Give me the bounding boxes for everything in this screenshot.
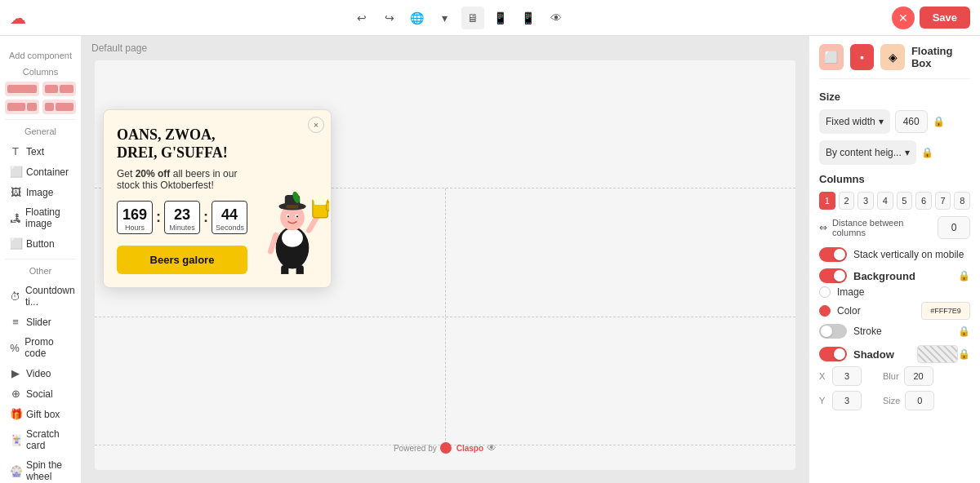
popup-image-side (256, 126, 329, 274)
save-button[interactable]: Save (920, 7, 970, 29)
sidebar-item-scratch-label: Scratch card (26, 428, 71, 451)
sidebar-item-button-label: Button (26, 238, 55, 250)
sidebar-item-button[interactable]: ⬜ Button (5, 233, 76, 254)
col-num-7[interactable]: 7 (935, 192, 951, 210)
shadow-pattern-preview[interactable] (917, 345, 958, 363)
redo-button[interactable]: ↪ (378, 7, 401, 29)
canvas-cell-3a (95, 317, 446, 445)
sidebar-item-image[interactable]: 🖼 Image (5, 182, 76, 202)
stroke-lock-icon[interactable]: 🔒 (958, 326, 970, 337)
sidebar-title: Add component (5, 51, 76, 60)
shadow-x-value[interactable]: 3 (832, 366, 862, 386)
preview-button[interactable]: 👁 (545, 7, 568, 29)
globe-button[interactable]: 🌐 (406, 7, 429, 29)
stack-mobile-row: Stack vertically on mobile (819, 247, 970, 262)
image-radio[interactable] (819, 286, 831, 298)
width-lock-icon[interactable]: 🔒 (933, 116, 945, 127)
promo-code-icon: % (10, 342, 20, 354)
sidebar-item-video-label: Video (26, 368, 51, 379)
col-num-6[interactable]: 6 (915, 192, 932, 210)
stack-mobile-toggle[interactable] (819, 247, 847, 262)
svg-point-18 (313, 195, 327, 202)
mobile-device-button[interactable]: 📱 (517, 7, 540, 29)
color-chip[interactable]: #FFF7E9 (921, 302, 970, 320)
background-lock-icon[interactable]: 🔒 (958, 270, 970, 281)
svg-line-19 (270, 235, 275, 251)
col-1-btn[interactable] (5, 82, 39, 96)
col-num-8[interactable]: 8 (954, 192, 970, 210)
col-num-3[interactable]: 3 (858, 192, 874, 210)
popup-content: OANS, ZWOA, DREI, G'SUFFA! Get 20% off a… (117, 126, 318, 274)
stroke-toggle[interactable] (819, 324, 847, 339)
shadow-section-title: Shadow (853, 348, 917, 361)
shadow-size-value[interactable]: 0 (905, 391, 934, 410)
separator-1: : (156, 209, 161, 226)
component-type-row: ⬜ ▪ ◈ Floating Box (819, 44, 970, 79)
height-select[interactable]: By content heig... ▾ (819, 140, 916, 165)
col-3-btn[interactable] (5, 100, 39, 114)
sidebar-item-countdown[interactable]: ⏱ Countdown ti... (5, 281, 76, 312)
popup-close-button[interactable]: × (308, 117, 324, 133)
sidebar-item-spin-label: Spin the wheel (26, 459, 71, 482)
sidebar-divider-1 (5, 119, 76, 120)
sidebar-item-gift-label: Gift box (26, 409, 60, 420)
col-num-1[interactable]: 1 (819, 192, 835, 210)
sidebar-item-social[interactable]: ⊕ Social (5, 383, 76, 404)
countdown-icon: ⏱ (10, 290, 20, 303)
image-option-row: Image (819, 286, 970, 298)
height-label: By content heig... (826, 147, 902, 158)
height-lock-icon[interactable]: 🔒 (921, 147, 933, 158)
shadow-y-value[interactable]: 3 (832, 391, 862, 410)
distance-icon: ⇔ (819, 222, 827, 233)
color-radio[interactable] (819, 305, 831, 317)
sidebar-item-promo-code[interactable]: % Promo code (5, 332, 76, 363)
columns-grid (5, 82, 76, 114)
eye-icon[interactable]: 👁 (487, 442, 497, 454)
hours-box: 169 Hours (117, 201, 153, 234)
shadow-lock-icon[interactable]: 🔒 (958, 348, 970, 360)
close-button[interactable]: ✕ (892, 7, 915, 29)
shadow-y-axis-label: Y (819, 396, 827, 405)
background-toggle[interactable] (819, 268, 847, 283)
sidebar-item-spin[interactable]: 🎡 Spin the wheel (5, 455, 76, 483)
sidebar-item-image-label: Image (26, 187, 53, 198)
right-panel: ⬜ ▪ ◈ Floating Box Size Fixed width ▾ 46… (808, 36, 980, 483)
col-num-2[interactable]: 2 (839, 192, 855, 210)
col-2-btn[interactable] (42, 82, 77, 96)
sidebar-item-text-label: Text (26, 146, 44, 157)
tablet-device-button[interactable]: 📱 (489, 7, 512, 29)
floating-box-type-3[interactable]: ◈ (880, 44, 905, 70)
col-4-btn[interactable] (42, 100, 77, 114)
desktop-device-button[interactable]: 🖥 (461, 7, 484, 29)
floating-box-type-2[interactable]: ▪ (850, 44, 875, 70)
sidebar-item-slider[interactable]: ≡ Slider (5, 312, 76, 332)
color-label: Color (837, 305, 915, 317)
shadow-blur-value[interactable]: 20 (904, 366, 933, 386)
col-num-5[interactable]: 5 (897, 192, 913, 210)
columns-section-label: Columns (5, 67, 76, 77)
color-hex-value: #FFF7E9 (930, 307, 961, 315)
width-value[interactable]: 460 (895, 110, 928, 133)
slider-icon: ≡ (10, 316, 21, 328)
svg-point-23 (294, 273, 306, 274)
popup-cta-button[interactable]: Beers galore (117, 246, 247, 274)
gift-icon: 🎁 (10, 408, 21, 420)
globe-dropdown-button[interactable]: ▾ (434, 7, 457, 29)
toggle-thumb (834, 249, 845, 260)
floating-box-type-1[interactable]: ⬜ (819, 44, 844, 70)
width-select[interactable]: Fixed width ▾ (819, 109, 890, 134)
sidebar-item-scratch[interactable]: 🃏 Scratch card (5, 424, 76, 455)
shadow-toggle[interactable] (819, 347, 847, 361)
col-num-4[interactable]: 4 (877, 192, 893, 210)
distance-value[interactable]: 0 (938, 216, 970, 239)
sidebar-item-floating-image[interactable]: 🏞 Floating image (5, 202, 76, 233)
sidebar-item-video[interactable]: ▶ Video (5, 363, 76, 383)
sidebar-item-container[interactable]: ⬜ Container (5, 162, 76, 182)
canvas-content[interactable]: × OANS, ZWOA, DREI, G'SUFFA! Get 20% off… (95, 60, 795, 470)
popup-illustration (256, 176, 329, 274)
sidebar-item-gift[interactable]: 🎁 Gift box (5, 404, 76, 424)
undo-button[interactable]: ↩ (350, 7, 373, 29)
sidebar-item-social-label: Social (26, 388, 53, 400)
canvas-area: Default page × (82, 36, 808, 483)
sidebar-item-text[interactable]: T Text (5, 141, 76, 162)
